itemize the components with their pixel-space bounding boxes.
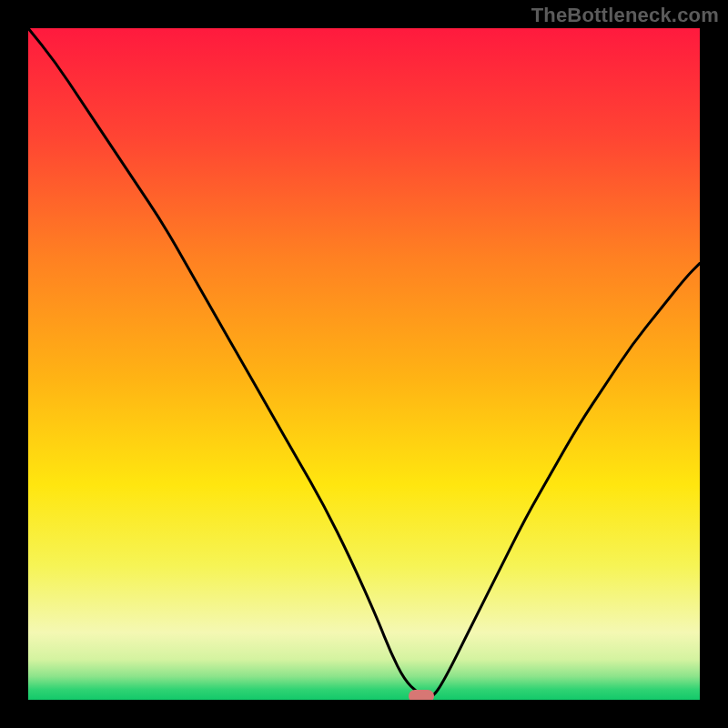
optimal-marker xyxy=(409,690,434,700)
watermark-text: TheBottleneck.com xyxy=(531,4,719,27)
gradient-background xyxy=(28,28,700,700)
chart-frame: TheBottleneck.com xyxy=(0,0,728,728)
chart-svg xyxy=(28,28,700,700)
plot-area xyxy=(28,28,700,700)
